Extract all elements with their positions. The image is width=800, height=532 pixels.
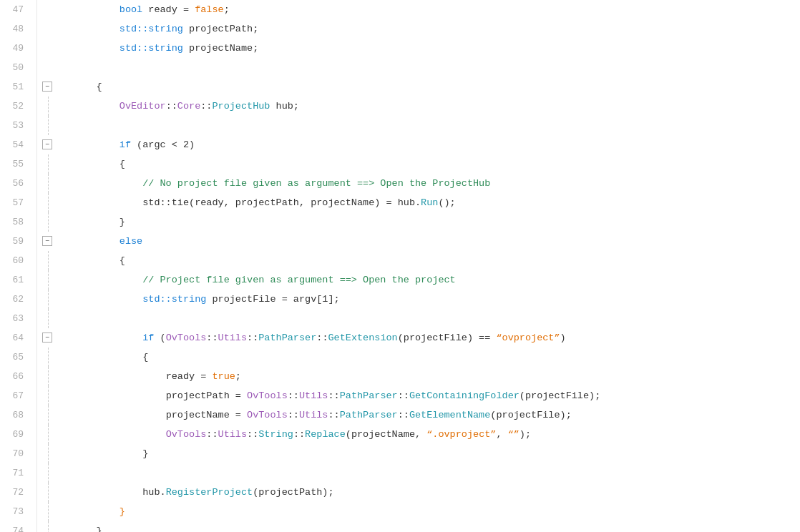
- code-line: std::tie(ready, projectPath, projectName…: [73, 193, 800, 212]
- token: // No project file given as argument ==>…: [142, 178, 490, 189]
- fold-icon[interactable]: −: [42, 82, 52, 92]
- token: ::: [206, 332, 218, 343]
- guide-line: [48, 290, 49, 309]
- token: (projectFile);: [490, 410, 571, 420]
- code-line: ready = true;: [73, 367, 800, 386]
- fold-row: [37, 405, 59, 425]
- code-line: {: [73, 251, 800, 270]
- token: ::: [288, 410, 299, 420]
- fold-row: −: [37, 328, 59, 348]
- fold-icon[interactable]: −: [42, 139, 52, 149]
- fold-row: [37, 483, 59, 502]
- token: ::: [398, 410, 409, 420]
- code-line: OvTools::Utils::String::Replace(projectN…: [73, 425, 800, 444]
- token: projectFile = argv[1];: [206, 294, 339, 305]
- token: String: [258, 429, 293, 440]
- line-number: 49: [0, 39, 29, 58]
- token: “.ovproject”: [426, 429, 496, 440]
- line-number: 50: [0, 58, 29, 77]
- fold-row: [37, 309, 59, 328]
- token: GetElementName: [409, 410, 490, 420]
- code-line: if (OvTools::Utils::PathParser::GetExten…: [73, 328, 800, 348]
- token: PathParser: [340, 390, 398, 401]
- token: ;: [224, 4, 230, 15]
- token: std::string: [119, 43, 183, 54]
- code-line: [73, 309, 800, 328]
- fold-row: [37, 463, 59, 483]
- token: ,: [496, 429, 507, 440]
- fold-row: [37, 425, 59, 444]
- token: std::tie(ready, projectPath, projectName…: [142, 197, 421, 208]
- token: std::string: [142, 294, 206, 305]
- fold-icon[interactable]: −: [42, 236, 52, 246]
- code-line: std::string projectFile = argv[1];: [73, 290, 800, 309]
- guide-line: [48, 116, 49, 135]
- token: ::: [328, 390, 339, 401]
- token: ();: [438, 197, 455, 208]
- line-number: 63: [0, 309, 29, 328]
- token: hub.: [142, 487, 165, 498]
- token: hub;: [270, 101, 299, 112]
- fold-row: [37, 502, 59, 521]
- token: ::: [293, 429, 305, 440]
- fold-icon[interactable]: −: [42, 332, 52, 343]
- line-number-gutter: 4748495051525354555657585960616263646566…: [0, 0, 37, 532]
- guide-line: [48, 463, 49, 483]
- fold-row: [37, 19, 59, 39]
- fold-row: [37, 154, 59, 174]
- fold-column: −−−−: [37, 0, 59, 532]
- token: Core: [177, 101, 200, 112]
- token: OvTools: [247, 410, 288, 420]
- code-line: }: [73, 521, 800, 532]
- token: ready =: [142, 4, 195, 15]
- fold-row: −: [37, 135, 59, 154]
- token: ;: [235, 371, 241, 382]
- token: ::: [328, 410, 339, 420]
- token: ::: [247, 429, 258, 440]
- token: Utils: [218, 332, 248, 343]
- token: Replace: [305, 429, 346, 440]
- fold-row: [37, 212, 59, 232]
- code-line: }: [73, 212, 800, 232]
- guide-line: [48, 251, 49, 270]
- code-line: [73, 58, 800, 77]
- token: OvTools: [166, 332, 207, 343]
- line-number: 73: [0, 502, 29, 521]
- token: (argc < 2): [131, 139, 195, 150]
- token: false: [195, 4, 224, 15]
- fold-row: [37, 39, 59, 58]
- line-number: 69: [0, 425, 29, 444]
- line-number: 56: [0, 174, 29, 193]
- line-number: 65: [0, 348, 29, 367]
- token: ::: [200, 101, 212, 112]
- guide-line: [48, 174, 49, 193]
- line-number: 54: [0, 135, 29, 154]
- guide-line: [48, 270, 49, 290]
- code-line: }: [73, 444, 800, 463]
- token: GetContainingFolder: [409, 390, 519, 401]
- fold-row: [37, 193, 59, 212]
- line-number: 48: [0, 19, 29, 39]
- token: Utils: [218, 429, 248, 440]
- token: projectName =: [166, 410, 247, 420]
- fold-row: [37, 116, 59, 135]
- token: (projectFile);: [519, 390, 600, 401]
- token: ::: [398, 390, 409, 401]
- guide-line: [48, 193, 49, 212]
- guide-line: [48, 367, 49, 386]
- line-number: 71: [0, 463, 29, 483]
- guide-line: [48, 309, 49, 328]
- fold-row: [37, 251, 59, 270]
- token: “ovproject”: [496, 332, 560, 343]
- token: “”: [508, 429, 519, 440]
- token: (projectName,: [346, 429, 426, 440]
- token: PathParser: [258, 332, 316, 343]
- line-number: 53: [0, 116, 29, 135]
- guide-line: [48, 521, 49, 532]
- token: if: [119, 139, 131, 150]
- code-line: std::string projectPath;: [73, 19, 800, 39]
- token: Run: [421, 197, 438, 208]
- token: ProjectHub: [212, 101, 270, 112]
- line-number: 61: [0, 270, 29, 290]
- token: (projectPath);: [253, 487, 333, 498]
